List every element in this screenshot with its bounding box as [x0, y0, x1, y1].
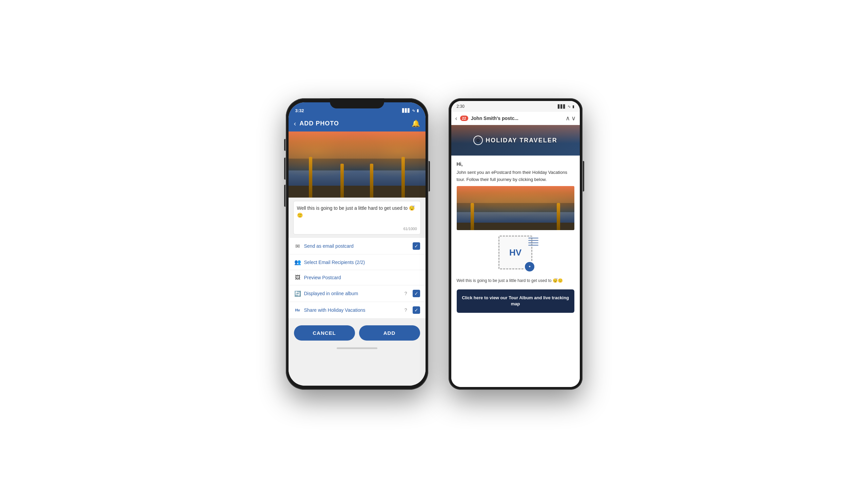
email-photo-overlay — [457, 186, 574, 230]
mute-button — [284, 139, 285, 151]
android-status-bar: 2:30 ▋▋▋ ∿ ▮ — [451, 101, 580, 112]
option-share-hv[interactable]: Hv Share with Holiday Vacations ? ✓ — [289, 302, 426, 319]
stamp-letters: HV — [509, 248, 521, 257]
stamp-wrapper: HV ✦ — [498, 236, 532, 269]
iphone-app: 3:32 ▋▋▋ ∿ ▮ ‹ ADD PHOTO 🔔 — [289, 102, 426, 386]
notification-bell-icon[interactable]: 🔔 — [412, 119, 420, 127]
recipients-label: Select Email Recipients (2/2) — [304, 260, 420, 265]
stamp-lines — [528, 238, 538, 246]
photo-area — [289, 131, 426, 198]
stamp-line-4 — [528, 245, 538, 246]
email-photo — [457, 186, 574, 230]
stamp-line-2 — [528, 240, 538, 241]
recipients-icon: 👥 — [294, 259, 301, 265]
email-navigation: ∧ ∨ — [566, 115, 576, 122]
caption-text[interactable]: Well this is going to be just a little h… — [297, 205, 417, 225]
notch — [330, 98, 384, 108]
text-box-container: Well this is going to be just a little h… — [293, 201, 421, 235]
share-hv-label: Share with Holiday Vacations — [304, 307, 402, 313]
preview-label: Preview Postcard — [304, 275, 420, 280]
option-preview[interactable]: 🖼 Preview Postcard — [289, 270, 426, 285]
option-online-album[interactable]: 🔄 Displayed in online album ? ✓ — [289, 285, 426, 302]
scene: 3:32 ▋▋▋ ∿ ▮ ‹ ADD PHOTO 🔔 — [0, 0, 868, 488]
banner-icon: ⊙ — [476, 138, 480, 143]
android-status-icons: ▋▋▋ ∿ ▮ — [558, 104, 574, 109]
android-app: 2:30 ▋▋▋ ∿ ▮ ‹ 22 John Smith's postc... … — [451, 101, 580, 387]
banner-circle-icon: ⊙ — [473, 136, 483, 145]
add-button[interactable]: ADD — [359, 325, 420, 341]
email-body: ⊙ HOLIDAY TRAVELER Hi, John sent you an … — [451, 125, 580, 387]
bottom-buttons: CANCEL ADD — [289, 321, 426, 345]
ios-time: 3:32 — [295, 108, 304, 113]
android-wifi-icon: ∿ — [568, 104, 571, 109]
volume-down-button — [284, 185, 285, 207]
email-subject: John Smith's postc... — [471, 116, 563, 121]
email-postcard-label: Send as email postcard — [304, 243, 410, 249]
char-counter: 61/1000 — [297, 227, 417, 231]
android-battery-icon: ▮ — [572, 104, 574, 109]
back-button[interactable]: ‹ — [294, 120, 296, 127]
email-badge: 22 — [460, 116, 468, 121]
stamp-line-1 — [528, 238, 538, 239]
email-header: ‹ 22 John Smith's postc... ∧ ∨ — [451, 112, 580, 125]
android-device: 2:30 ▋▋▋ ∿ ▮ ‹ 22 John Smith's postc... … — [449, 98, 583, 390]
email-postcard-icon: ✉ — [294, 243, 301, 249]
prev-email-button[interactable]: ∧ — [566, 115, 570, 122]
stamp-area: HV ✦ — [451, 230, 580, 275]
share-hv-icon: Hv — [294, 308, 301, 312]
android-screen: 2:30 ▋▋▋ ∿ ▮ ‹ 22 John Smith's postc... … — [451, 101, 580, 387]
greeting-salutation: Hi, — [457, 160, 574, 168]
cancel-button[interactable]: CANCEL — [294, 325, 355, 341]
option-recipients[interactable]: 👥 Select Email Recipients (2/2) — [289, 255, 426, 270]
share-hv-checkbox[interactable]: ✓ — [413, 306, 420, 314]
share-hv-help-icon[interactable]: ? — [405, 307, 407, 313]
online-album-label: Displayed in online album — [304, 291, 402, 296]
email-postcard-checkbox[interactable]: ✓ — [413, 242, 420, 250]
app-header: ‹ ADD PHOTO 🔔 — [289, 117, 426, 131]
android-time: 2:30 — [457, 104, 465, 109]
photo-overlay — [289, 131, 426, 198]
volume-up-button — [284, 158, 285, 180]
options-list: ✉ Send as email postcard ✓ 👥 Select Emai… — [289, 238, 426, 319]
ios-status-icons: ▋▋▋ ∿ ▮ — [402, 108, 419, 113]
home-indicator — [337, 347, 377, 349]
greeting-body: John sent you an ePostcard from their Ho… — [457, 170, 567, 182]
iphone-device: 3:32 ▋▋▋ ∿ ▮ ‹ ADD PHOTO 🔔 — [286, 98, 428, 390]
cta-button[interactable]: Click here to view our Tour Album and li… — [457, 289, 574, 312]
wifi-icon: ∿ — [412, 108, 415, 113]
preview-icon: 🖼 — [294, 274, 301, 281]
banner-title: HOLIDAY TRAVELER — [486, 137, 557, 144]
email-greeting: Hi, John sent you an ePostcard from thei… — [451, 156, 580, 186]
email-caption: Well this is going to be just a little h… — [451, 275, 580, 289]
next-email-button[interactable]: ∨ — [571, 115, 576, 122]
page-title: ADD PHOTO — [299, 120, 411, 127]
online-album-checkbox[interactable]: ✓ — [413, 290, 420, 297]
stamp-line-3 — [528, 242, 538, 243]
email-back-button[interactable]: ‹ — [455, 115, 457, 122]
android-power-button — [583, 161, 584, 191]
online-album-icon: 🔄 — [294, 290, 301, 297]
power-button — [429, 161, 430, 191]
stamp-seal-icon: ✦ — [528, 265, 531, 268]
iphone-screen: 3:32 ▋▋▋ ∿ ▮ ‹ ADD PHOTO 🔔 — [289, 102, 426, 386]
signal-icon: ▋▋▋ — [402, 108, 410, 113]
email-banner: ⊙ HOLIDAY TRAVELER — [451, 125, 580, 156]
online-album-help-icon[interactable]: ? — [405, 291, 407, 296]
content-area: Well this is going to be just a little h… — [289, 198, 426, 386]
battery-icon: ▮ — [417, 108, 419, 113]
stamp-seal: ✦ — [524, 261, 535, 272]
option-email-postcard[interactable]: ✉ Send as email postcard ✓ — [289, 238, 426, 255]
android-signal-icon: ▋▋▋ — [558, 104, 566, 109]
